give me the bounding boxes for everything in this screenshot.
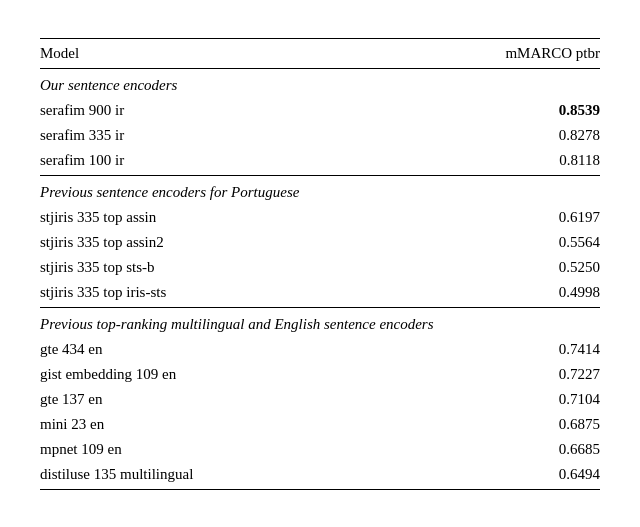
score-cell: 0.7414	[393, 337, 600, 362]
table-row: stjiris 335 top sts-b0.5250	[40, 255, 600, 280]
table-header-row: Model mMARCO ptbr	[40, 38, 600, 68]
table-row: serafim 335 ir0.8278	[40, 123, 600, 148]
section-header-label-previous-multilingual: Previous top-ranking multilingual and En…	[40, 307, 600, 337]
score-cell: 0.8278	[393, 123, 600, 148]
section-header-previous-portuguese: Previous sentence encoders for Portugues…	[40, 175, 600, 205]
score-cell: 0.7104	[393, 387, 600, 412]
score-cell: 0.6685	[393, 437, 600, 462]
score-cell: 0.8118	[393, 148, 600, 176]
model-cell: stjiris 335 top sts-b	[40, 255, 393, 280]
table-row: gist embedding 109 en0.7227	[40, 362, 600, 387]
model-cell: stjiris 335 top iris-sts	[40, 280, 393, 308]
table-row: mpnet 109 en0.6685	[40, 437, 600, 462]
model-cell: stjiris 335 top assin	[40, 205, 393, 230]
score-cell: 0.6197	[393, 205, 600, 230]
model-cell: serafim 900 ir	[40, 98, 393, 123]
score-cell: 0.6875	[393, 412, 600, 437]
model-cell: serafim 100 ir	[40, 148, 393, 176]
table-row: serafim 900 ir0.8539	[40, 98, 600, 123]
section-header-our-encoders: Our sentence encoders	[40, 68, 600, 98]
model-cell: stjiris 335 top assin2	[40, 230, 393, 255]
score-cell: 0.5250	[393, 255, 600, 280]
model-column-header: Model	[40, 38, 393, 68]
model-cell: serafim 335 ir	[40, 123, 393, 148]
score-cell: 0.7227	[393, 362, 600, 387]
model-cell: gte 137 en	[40, 387, 393, 412]
section-header-label-our-encoders: Our sentence encoders	[40, 68, 600, 98]
table-row: stjiris 335 top assin20.5564	[40, 230, 600, 255]
model-cell: mpnet 109 en	[40, 437, 393, 462]
section-header-previous-multilingual: Previous top-ranking multilingual and En…	[40, 307, 600, 337]
table-row: gte 137 en0.7104	[40, 387, 600, 412]
score-cell: 0.8539	[393, 98, 600, 123]
table-row: serafim 100 ir0.8118	[40, 148, 600, 176]
model-cell: mini 23 en	[40, 412, 393, 437]
score-cell: 0.5564	[393, 230, 600, 255]
table-row: mini 23 en0.6875	[40, 412, 600, 437]
model-cell: distiluse 135 multilingual	[40, 462, 393, 490]
results-table: Model mMARCO ptbr Our sentence encoderss…	[40, 38, 600, 490]
section-header-label-previous-portuguese: Previous sentence encoders for Portugues…	[40, 175, 600, 205]
results-table-container: Model mMARCO ptbr Our sentence encoderss…	[40, 38, 600, 490]
score-column-header: mMARCO ptbr	[393, 38, 600, 68]
model-cell: gist embedding 109 en	[40, 362, 393, 387]
score-cell: 0.4998	[393, 280, 600, 308]
table-row: distiluse 135 multilingual0.6494	[40, 462, 600, 490]
table-row: stjiris 335 top assin0.6197	[40, 205, 600, 230]
score-cell: 0.6494	[393, 462, 600, 490]
model-cell: gte 434 en	[40, 337, 393, 362]
table-row: gte 434 en0.7414	[40, 337, 600, 362]
table-row: stjiris 335 top iris-sts0.4998	[40, 280, 600, 308]
